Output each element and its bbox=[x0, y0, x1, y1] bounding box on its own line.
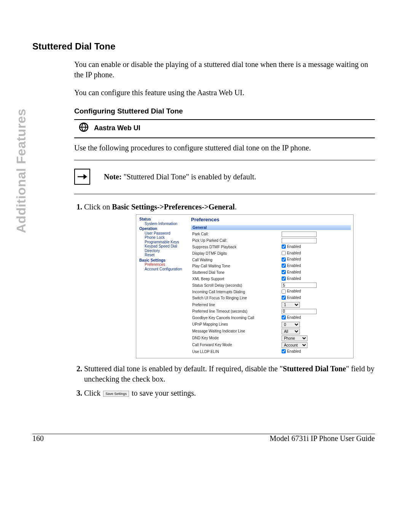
nav-programmable-keys[interactable]: Programmable Keys bbox=[145, 240, 186, 244]
step-3: Click Save Settings to save your setting… bbox=[84, 388, 375, 398]
row-display-dtmf-label: Display DTMF Digits bbox=[191, 250, 280, 257]
aastra-web-ui-heading: Aastra Web UI bbox=[79, 120, 375, 135]
svg-marker-2 bbox=[83, 174, 87, 179]
intro-paragraph-2: You can configure this feature using the… bbox=[74, 88, 375, 98]
nav-directory[interactable]: Directory bbox=[145, 249, 186, 253]
preferred-line-select[interactable]: 1 bbox=[282, 302, 300, 308]
page-title: Stuttered Dial Tone bbox=[32, 41, 375, 52]
globe-icon bbox=[79, 122, 89, 134]
stuttered-dial-tone-checkbox[interactable] bbox=[282, 270, 286, 274]
call-waiting-checkbox[interactable] bbox=[282, 257, 286, 262]
chapter-sidebar-text: Additional Features bbox=[14, 109, 29, 233]
page-number: 160 bbox=[32, 434, 44, 443]
pickup-parked-input[interactable] bbox=[282, 238, 317, 243]
nav-status-heading[interactable]: Status bbox=[139, 217, 186, 222]
preferred-line-timeout-input[interactable] bbox=[282, 309, 317, 314]
suppress-dtmf-checkbox[interactable] bbox=[282, 244, 286, 249]
row-pickup-parked-label: Pick Up Parked Call: bbox=[191, 237, 280, 244]
park-call-input[interactable] bbox=[282, 232, 317, 237]
incoming-interrupts-checkbox[interactable] bbox=[282, 289, 286, 294]
row-dnd-mode-label: DND Key Mode bbox=[191, 335, 280, 342]
note-label: Note: bbox=[104, 173, 122, 181]
note-block: Note: "Stuttered Dial Tone" is enabled b… bbox=[74, 163, 375, 191]
row-goodbye-key-label: Goodbye Key Cancels Incoming Call bbox=[191, 315, 280, 321]
subsection-title: Configuring Stuttered Dial Tone bbox=[74, 107, 375, 115]
goodbye-key-checkbox[interactable] bbox=[282, 315, 286, 320]
document-title: Model 6731i IP Phone User Guide bbox=[270, 434, 375, 443]
step-1: Click on Basic Settings->Preferences->Ge… bbox=[84, 202, 375, 358]
intro-paragraph-1: You can enable or disable the playing of… bbox=[74, 59, 375, 80]
nav-account-configuration[interactable]: Account Configuration bbox=[145, 267, 186, 272]
procedure-intro: Use the following procedures to configur… bbox=[74, 143, 375, 153]
status-scroll-delay-input[interactable] bbox=[282, 283, 317, 288]
save-settings-button[interactable]: Save Settings bbox=[103, 391, 129, 397]
row-status-scroll-delay-label: Status Scroll Delay (seconds) bbox=[191, 282, 280, 289]
row-cfwd-mode-label: Call Forward Key Mode bbox=[191, 342, 280, 348]
chapter-sidebar-label: Additional Features bbox=[11, 41, 30, 178]
upnp-select[interactable]: 0 bbox=[282, 322, 300, 328]
settings-table: Park Call: Pick Up Parked Call: Suppress… bbox=[191, 231, 351, 355]
row-call-waiting-label: Call Waiting bbox=[191, 257, 280, 263]
nav-operation-heading[interactable]: Operation bbox=[139, 227, 186, 231]
step-2: Stuttered dial tone is enabled by defaul… bbox=[84, 364, 375, 384]
preferences-screenshot: Status System Information Operation User… bbox=[136, 214, 354, 358]
aastra-web-ui-label: Aastra Web UI bbox=[94, 124, 140, 132]
cfwd-mode-select[interactable]: Account bbox=[282, 342, 307, 348]
lldp-elin-checkbox[interactable] bbox=[282, 349, 286, 353]
arrow-right-icon bbox=[74, 169, 90, 185]
row-lldp-elin-label: Use LLDP ELIN bbox=[191, 348, 280, 355]
xml-beep-checkbox[interactable] bbox=[282, 276, 286, 281]
row-mwi-line-label: Message Waiting Indicator Line bbox=[191, 328, 280, 335]
row-play-cw-tone-label: Play Call Waiting Tone bbox=[191, 263, 280, 270]
nav-reset[interactable]: Reset bbox=[145, 253, 186, 257]
play-cw-tone-checkbox[interactable] bbox=[282, 264, 286, 268]
nav-sidebar: Status System Information Operation User… bbox=[136, 215, 189, 358]
mwi-line-select[interactable]: All bbox=[282, 329, 300, 334]
row-upnp-label: UPnP Mapping Lines bbox=[191, 321, 280, 328]
divider bbox=[74, 137, 375, 138]
row-xml-beep-label: XML Beep Support bbox=[191, 276, 280, 282]
note-body: "Stuttered Dial Tone" is enabled by defa… bbox=[122, 173, 256, 181]
row-stuttered-dial-tone-label: Stuttered Dial Tone bbox=[191, 269, 280, 276]
nav-system-information[interactable]: System Information bbox=[145, 222, 186, 226]
preferences-title: Preferences bbox=[191, 217, 351, 223]
nav-basic-settings-heading[interactable]: Basic Settings bbox=[139, 258, 186, 263]
nav-preferences[interactable]: Preferences bbox=[145, 262, 186, 267]
row-park-call-label: Park Call: bbox=[191, 231, 280, 237]
nav-user-password[interactable]: User Password bbox=[145, 231, 186, 236]
row-preferred-line-timeout-label: Preferred line Timeout (seconds) bbox=[191, 308, 280, 315]
note-text: Note: "Stuttered Dial Tone" is enabled b… bbox=[104, 173, 256, 181]
divider bbox=[74, 160, 375, 160]
row-switch-ui-focus-label: Switch UI Focus To Ringing Line bbox=[191, 295, 280, 302]
nav-keypad-speed-dial[interactable]: Keypad Speed Dial bbox=[145, 244, 186, 249]
row-preferred-line-label: Preferred line bbox=[191, 301, 280, 308]
dnd-mode-select[interactable]: Phone bbox=[282, 335, 307, 341]
display-dtmf-checkbox[interactable] bbox=[282, 251, 286, 255]
row-incoming-interrupts-label: Incoming Call Interrupts Dialing bbox=[191, 289, 280, 295]
switch-ui-focus-checkbox[interactable] bbox=[282, 296, 286, 300]
row-suppress-dtmf-label: Suppress DTMF Playback bbox=[191, 244, 280, 250]
divider bbox=[74, 194, 375, 194]
nav-phone-lock[interactable]: Phone Lock bbox=[145, 235, 186, 240]
section-general: General bbox=[191, 225, 351, 230]
